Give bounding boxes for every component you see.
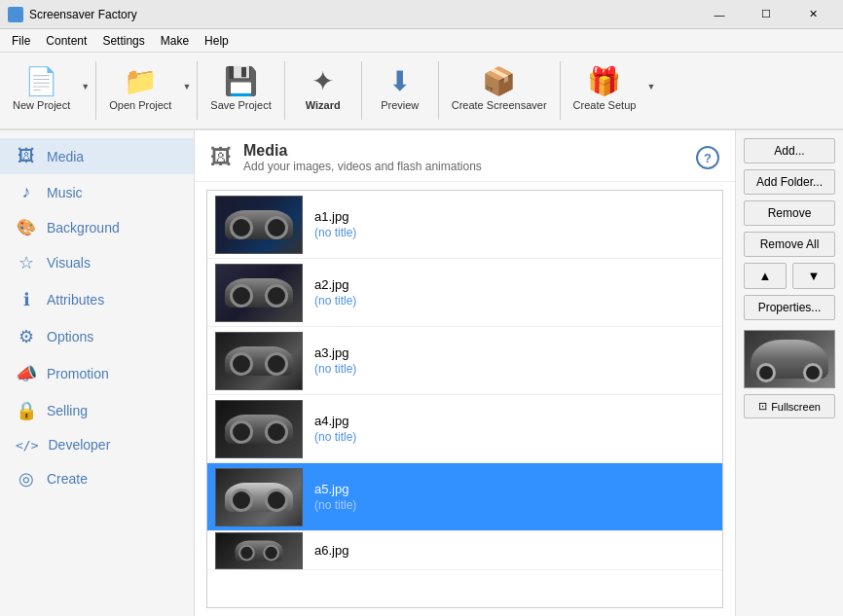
sep-4: [361, 61, 362, 120]
create-screensaver-label: Create Screensaver: [452, 99, 547, 112]
file-subtitle-a4: (no title): [314, 430, 356, 444]
right-panel: Add... Add Folder... Remove Remove All ▲…: [736, 130, 843, 616]
content-header-text: Media Add your images, videos and flash …: [243, 142, 482, 173]
sidebar-item-attributes[interactable]: ℹ Attributes: [0, 281, 194, 318]
create-setup-button[interactable]: 🎁 Create Setup: [565, 55, 645, 126]
add-folder-button[interactable]: Add Folder...: [744, 169, 835, 195]
sep-6: [560, 61, 561, 120]
sep-1: [95, 61, 96, 120]
properties-button[interactable]: Properties...: [744, 295, 835, 320]
menu-help[interactable]: Help: [197, 30, 237, 52]
titlebar-left: Screensaver Factory: [8, 7, 137, 22]
menubar: File Content Settings Make Help: [0, 29, 843, 53]
file-item-a3[interactable]: a3.jpg (no title): [207, 327, 722, 395]
file-info-a3: a3.jpg (no title): [314, 345, 356, 376]
sidebar-item-media[interactable]: 🖼 Media: [0, 138, 194, 174]
file-thumb-a6: [215, 532, 303, 569]
fullscreen-label: Fullscreen: [771, 401, 821, 413]
move-down-button[interactable]: ▼: [792, 263, 835, 289]
maximize-button[interactable]: ☐: [744, 0, 788, 29]
minimize-button[interactable]: —: [697, 0, 742, 29]
new-project-button[interactable]: 📄 New Project: [4, 55, 79, 126]
file-item-a6[interactable]: a6.jpg: [207, 531, 722, 570]
sidebar-label-options: Options: [47, 329, 93, 344]
developer-icon: </>: [16, 438, 38, 453]
titlebar: Screensaver Factory — ☐ ✕: [0, 0, 843, 29]
new-project-arrow[interactable]: ▼: [79, 82, 92, 91]
file-name-a3: a3.jpg: [314, 345, 356, 360]
menu-make[interactable]: Make: [153, 30, 197, 52]
file-list[interactable]: a1.jpg (no title) a2.jpg (no title): [206, 190, 723, 608]
create-setup-group: 🎁 Create Setup ▼: [565, 55, 658, 126]
remove-all-button[interactable]: Remove All: [744, 232, 835, 257]
open-project-label: Open Project: [109, 99, 171, 112]
visuals-icon: ☆: [16, 252, 37, 273]
sidebar-item-options[interactable]: ⚙ Options: [0, 318, 194, 355]
close-button[interactable]: ✕: [790, 0, 835, 29]
sidebar-label-create: Create: [47, 471, 88, 487]
content-area: 🖼 Media Add your images, videos and flas…: [195, 130, 736, 616]
selling-icon: 🔒: [16, 400, 37, 421]
content-subtitle: Add your images, videos and flash animat…: [243, 160, 482, 173]
open-project-arrow[interactable]: ▼: [180, 82, 193, 91]
sidebar-item-background[interactable]: 🎨 Background: [0, 210, 194, 244]
file-thumb-a5: [215, 468, 303, 526]
wizard-button[interactable]: ✦ Wizard: [289, 55, 357, 126]
sidebar: 🖼 Media ♪ Music 🎨 Background ☆ Visuals ℹ…: [0, 130, 195, 616]
open-project-button[interactable]: 📁 Open Project: [100, 55, 180, 126]
remove-button[interactable]: Remove: [744, 200, 835, 226]
sidebar-item-developer[interactable]: </> Developer: [0, 429, 194, 460]
create-setup-label: Create Setup: [573, 99, 637, 112]
sidebar-label-music: Music: [47, 185, 83, 200]
sidebar-item-promotion[interactable]: 📣 Promotion: [0, 355, 194, 392]
file-subtitle-a1: (no title): [314, 226, 356, 239]
preview-thumbnail: [744, 330, 835, 388]
save-project-icon: 💾: [224, 68, 258, 95]
create-icon: ◎: [16, 468, 37, 489]
file-info-a6: a6.jpg: [314, 543, 348, 558]
preview-button[interactable]: ⬇ Preview: [366, 55, 434, 126]
create-screensaver-button[interactable]: 📦 Create Screensaver: [443, 55, 556, 126]
attributes-icon: ℹ: [16, 289, 37, 310]
menu-content[interactable]: Content: [38, 30, 94, 52]
new-project-icon: 📄: [24, 68, 58, 95]
preview-label: Preview: [381, 99, 419, 112]
file-info-a5: a5.jpg (no title): [314, 482, 356, 512]
sep-3: [284, 61, 285, 120]
file-item-a4[interactable]: a4.jpg (no title): [207, 395, 722, 463]
fullscreen-icon: ⊡: [758, 400, 767, 413]
help-button[interactable]: ?: [696, 146, 719, 169]
fullscreen-button[interactable]: ⊡ Fullscreen: [744, 394, 835, 418]
media-icon: 🖼: [16, 146, 37, 166]
menu-settings[interactable]: Settings: [94, 30, 152, 52]
create-setup-arrow[interactable]: ▼: [644, 82, 657, 91]
file-item-a1[interactable]: a1.jpg (no title): [207, 191, 722, 259]
create-screensaver-icon: 📦: [482, 68, 516, 95]
file-info-a2: a2.jpg (no title): [314, 277, 356, 308]
preview-car: [751, 340, 828, 379]
file-item-a5[interactable]: a5.jpg (no title): [207, 463, 722, 531]
menu-file[interactable]: File: [4, 30, 38, 52]
file-thumb-a4: [215, 400, 303, 458]
content-title: Media: [243, 142, 482, 160]
move-up-button[interactable]: ▲: [744, 263, 787, 289]
content-header-icon: 🖼: [210, 145, 232, 170]
file-item-a2[interactable]: a2.jpg (no title): [207, 259, 722, 327]
sidebar-item-selling[interactable]: 🔒 Selling: [0, 392, 194, 429]
sidebar-item-create[interactable]: ◎ Create: [0, 460, 194, 497]
save-project-button[interactable]: 💾 Save Project: [202, 55, 279, 126]
main-area: 🖼 Media ♪ Music 🎨 Background ☆ Visuals ℹ…: [0, 130, 843, 616]
sidebar-label-selling: Selling: [47, 403, 88, 418]
add-button[interactable]: Add...: [744, 138, 835, 163]
file-subtitle-a2: (no title): [314, 294, 356, 308]
new-project-label: New Project: [13, 99, 70, 112]
wizard-label: Wizard: [306, 99, 341, 112]
titlebar-controls: — ☐ ✕: [697, 0, 835, 29]
preview-icon: ⬇: [388, 68, 411, 95]
background-icon: 🎨: [16, 218, 37, 236]
create-setup-icon: 🎁: [587, 68, 621, 95]
new-project-group: 📄 New Project ▼: [4, 55, 92, 126]
sidebar-item-music[interactable]: ♪ Music: [0, 174, 194, 210]
sep-2: [197, 61, 198, 120]
sidebar-item-visuals[interactable]: ☆ Visuals: [0, 244, 194, 281]
